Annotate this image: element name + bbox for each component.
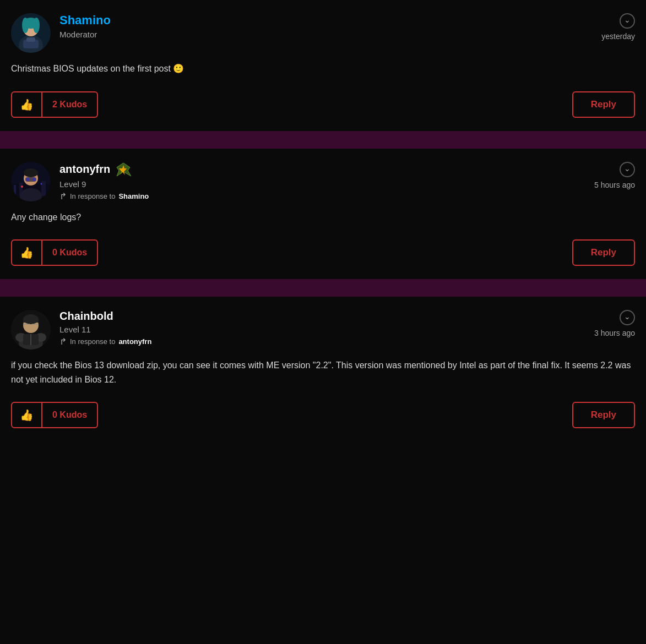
divider-1 — [0, 131, 646, 149]
svg-point-4 — [22, 18, 29, 33]
timestamp-chainbold: 3 hours ago — [594, 329, 635, 337]
kudos-thumb-antonyfrn[interactable]: 👍 — [12, 241, 42, 265]
post-header-left-antonyfrn: antonyfrn Level 9 ↱ In response to Shami… — [11, 162, 149, 201]
avatar-antonyfrn — [11, 162, 51, 201]
thumbs-up-icon: 👍 — [20, 98, 34, 111]
reply-button-shamino[interactable]: Reply — [572, 91, 635, 118]
kudos-button-shamino[interactable]: 👍 2 Kudos — [11, 91, 98, 118]
badge-icon-antonyfrn — [116, 162, 131, 177]
post-shamino: Shamino Moderator yesterday Christmas BI… — [0, 0, 646, 131]
divider-2 — [0, 279, 646, 297]
collapse-button-shamino[interactable] — [620, 13, 635, 29]
svg-point-14 — [41, 183, 42, 184]
svg-point-19 — [26, 178, 29, 181]
svg-point-13 — [21, 185, 23, 188]
user-info-chainbold: Chainbold Level 11 ↱ In response to anto… — [59, 310, 151, 347]
timestamp-antonyfrn: 5 hours ago — [594, 181, 635, 189]
post-actions-shamino: 👍 2 Kudos Reply — [11, 91, 635, 118]
post-header-right-antonyfrn: 5 hours ago — [594, 162, 635, 189]
svg-rect-31 — [23, 319, 39, 323]
username-chainbold: Chainbold — [59, 310, 113, 323]
username-row-chainbold: Chainbold — [59, 310, 151, 323]
avatar-shamino — [11, 13, 51, 53]
avatar-chainbold — [11, 310, 51, 350]
kudos-count-shamino: 2 Kudos — [42, 92, 97, 117]
svg-rect-12 — [41, 181, 46, 196]
post-header-right-shamino: yesterday — [601, 13, 635, 41]
username-row-antonyfrn: antonyfrn — [59, 162, 149, 177]
svg-rect-10 — [14, 185, 16, 196]
post-actions-chainbold: 👍 0 Kudos Reply — [11, 402, 635, 428]
timestamp-shamino: yesterday — [601, 32, 635, 41]
username-antonyfrn: antonyfrn — [59, 163, 110, 176]
in-response-name-antonyfrn: Shamino — [118, 192, 149, 200]
post-content-shamino: Christmas BIOS updates on the first post… — [11, 62, 635, 76]
kudos-count-chainbold: 0 Kudos — [42, 403, 97, 427]
post-header-left: Shamino Moderator — [11, 13, 111, 53]
user-level-chainbold: Level 11 — [59, 325, 151, 334]
svg-point-5 — [33, 18, 40, 33]
post-chainbold: Chainbold Level 11 ↱ In response to anto… — [0, 297, 646, 441]
post-header-antonyfrn: antonyfrn Level 9 ↱ In response to Shami… — [11, 162, 635, 201]
user-role-shamino: Moderator — [59, 30, 111, 39]
kudos-thumb-shamino[interactable]: 👍 — [12, 92, 42, 117]
user-info-shamino: Shamino Moderator — [59, 13, 111, 39]
user-info-antonyfrn: antonyfrn Level 9 ↱ In response to Shami… — [59, 162, 149, 201]
svg-point-17 — [24, 168, 38, 177]
post-content-chainbold: if you check the Bios 13 download zip, y… — [11, 358, 635, 386]
reply-arrow-icon-chainbold: ↱ — [59, 336, 67, 347]
collapse-button-chainbold[interactable] — [620, 310, 635, 325]
reply-button-chainbold[interactable]: Reply — [572, 402, 635, 428]
thumbs-up-icon: 👍 — [20, 408, 34, 422]
svg-point-20 — [32, 178, 36, 181]
thumbs-up-icon: 👍 — [20, 246, 34, 259]
in-response-name-chainbold: antonyfrn — [118, 337, 151, 346]
svg-rect-7 — [26, 37, 35, 42]
reply-arrow-icon: ↱ — [59, 191, 67, 201]
kudos-button-antonyfrn[interactable]: 👍 0 Kudos — [11, 239, 98, 266]
username-row-shamino: Shamino — [59, 13, 111, 28]
user-level-antonyfrn: Level 9 — [59, 179, 149, 189]
in-response-chainbold: ↱ In response to antonyfrn — [59, 336, 151, 347]
post-header-shamino: Shamino Moderator yesterday — [11, 13, 635, 53]
reply-button-antonyfrn[interactable]: Reply — [572, 239, 635, 266]
kudos-thumb-chainbold[interactable]: 👍 — [12, 403, 42, 427]
in-response-antonyfrn: ↱ In response to Shamino — [59, 191, 149, 201]
post-header-chainbold: Chainbold Level 11 ↱ In response to anto… — [11, 310, 635, 350]
kudos-count-antonyfrn: 0 Kudos — [42, 241, 97, 265]
post-actions-antonyfrn: 👍 0 Kudos Reply — [11, 239, 635, 266]
post-header-right-chainbold: 3 hours ago — [594, 310, 635, 337]
username-shamino: Shamino — [59, 13, 111, 28]
post-content-antonyfrn: Any change logs? — [11, 210, 635, 225]
collapse-button-antonyfrn[interactable] — [620, 162, 635, 177]
post-antonyfrn: antonyfrn Level 9 ↱ In response to Shami… — [0, 149, 646, 280]
kudos-button-chainbold[interactable]: 👍 0 Kudos — [11, 402, 98, 428]
post-header-left-chainbold: Chainbold Level 11 ↱ In response to anto… — [11, 310, 151, 350]
